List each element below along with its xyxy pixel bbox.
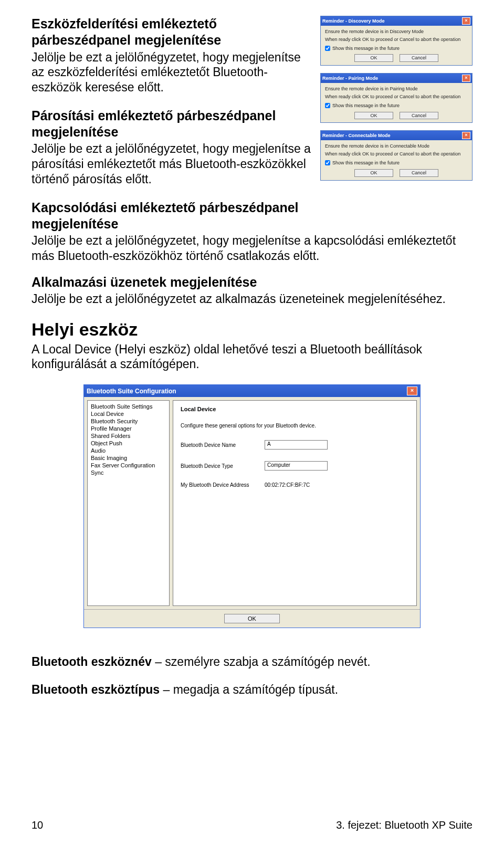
config-main-title: Local Device bbox=[181, 406, 409, 412]
section-3-title: Kapcsolódási emlékeztető párbeszédpanel … bbox=[32, 200, 311, 233]
close-icon[interactable]: × bbox=[462, 17, 470, 25]
section-1-body: Jelölje be ezt a jelölőnégyzetet, hogy m… bbox=[32, 50, 311, 95]
reminder-1-line1: Ensure the remote device is in Discovery… bbox=[325, 29, 468, 35]
page-number: 10 bbox=[32, 819, 43, 831]
sidebar-item[interactable]: Sync bbox=[88, 469, 169, 476]
reminder-1-title: Reminder - Discovery Mode bbox=[322, 18, 385, 24]
ok-button[interactable]: OK bbox=[354, 112, 393, 120]
heading-local-device-body: A Local Device (Helyi eszköz) oldal lehe… bbox=[32, 342, 472, 372]
bluetooth-suite-config-dialog: Bluetooth Suite Configuration × Bluetoot… bbox=[83, 384, 421, 628]
device-name-input[interactable]: A bbox=[265, 440, 328, 450]
device-address-value: 00:02:72:CF:BF:7C bbox=[265, 482, 310, 488]
reminder-2-line2: When ready click OK to proceed or Cancel… bbox=[325, 94, 468, 100]
section-4-body: Jelölje be ezt a jelölőnégyzetet az alka… bbox=[32, 291, 472, 307]
row-label-device-address: My Bluetooth Device Address bbox=[181, 482, 265, 488]
cancel-button[interactable]: Cancel bbox=[400, 169, 438, 177]
line-device-type-bold: Bluetooth eszköztípus bbox=[32, 683, 160, 696]
row-label-device-type: Bluetooth Device Type bbox=[181, 463, 265, 469]
reminder-1-checkbox[interactable] bbox=[325, 46, 330, 51]
reminder-2-title: Reminder - Pairing Mode bbox=[322, 76, 378, 81]
reminder-1-checkbox-row[interactable]: Show this message in the future bbox=[325, 46, 468, 51]
sidebar-item[interactable]: Object Push bbox=[88, 440, 169, 447]
sidebar-item[interactable]: Fax Server Configuration bbox=[88, 462, 169, 469]
config-desc: Configure these general options for your… bbox=[181, 423, 409, 429]
line-device-type-text: – megadja a számítógép típusát. bbox=[160, 683, 338, 696]
sidebar-item[interactable]: Basic Imaging bbox=[88, 454, 169, 462]
close-icon[interactable]: × bbox=[462, 75, 470, 82]
reminder-dialog-connectable: Reminder - Connectable Mode × Ensure the… bbox=[320, 130, 472, 180]
reminder-2-line1: Ensure the remote device is in Pairing M… bbox=[325, 86, 468, 92]
section-3-body: Jelölje be ezt a jelölőnégyzetet, hogy m… bbox=[32, 233, 472, 264]
sidebar-item[interactable]: Audio bbox=[88, 447, 169, 454]
close-icon[interactable]: × bbox=[407, 387, 417, 395]
sidebar-item[interactable]: Local Device bbox=[88, 410, 169, 417]
row-label-device-name: Bluetooth Device Name bbox=[181, 442, 265, 448]
section-2-body: Jelölje be ezt a jelölőnégyzetet, hogy m… bbox=[32, 141, 311, 186]
close-icon[interactable]: × bbox=[462, 132, 470, 139]
reminder-3-chk-label: Show this message in the future bbox=[332, 160, 400, 166]
section-2-title: Párosítási emlékeztető párbeszédpanel me… bbox=[32, 108, 311, 141]
cancel-button[interactable]: Cancel bbox=[400, 54, 438, 62]
chapter-label: 3. fejezet: Bluetooth XP Suite bbox=[336, 819, 472, 831]
reminder-1-chk-label: Show this message in the future bbox=[332, 46, 400, 51]
sidebar-item[interactable]: Bluetooth Suite Settings bbox=[88, 403, 169, 410]
reminder-dialog-discovery: Reminder - Discovery Mode × Ensure the r… bbox=[320, 16, 472, 66]
reminder-dialog-pairing: Reminder - Pairing Mode × Ensure the rem… bbox=[320, 73, 472, 123]
section-1-title: Eszközfelderítési emlékeztető párbeszédp… bbox=[32, 16, 311, 49]
line-device-name-bold: Bluetooth eszköznév bbox=[32, 655, 152, 669]
device-type-select[interactable]: Computer bbox=[265, 461, 328, 471]
sidebar-item[interactable]: Shared Folders bbox=[88, 432, 169, 440]
section-4-title: Alkalmazási üzenetek megjelenítése bbox=[32, 274, 472, 290]
reminder-3-line1: Ensure the remote device is in Connectab… bbox=[325, 143, 468, 149]
sidebar-item[interactable]: Profile Manager bbox=[88, 425, 169, 432]
reminder-2-chk-label: Show this message in the future bbox=[332, 103, 400, 109]
reminder-3-checkbox-row[interactable]: Show this message in the future bbox=[325, 160, 468, 166]
sidebar-item[interactable]: Bluetooth Security bbox=[88, 417, 169, 425]
reminder-2-checkbox[interactable] bbox=[325, 103, 330, 108]
reminder-2-checkbox-row[interactable]: Show this message in the future bbox=[325, 103, 468, 109]
reminder-3-line2: When ready click OK to proceed or Cancel… bbox=[325, 151, 468, 157]
heading-local-device: Helyi eszköz bbox=[32, 319, 472, 340]
ok-button[interactable]: OK bbox=[354, 54, 393, 62]
config-title: Bluetooth Suite Configuration bbox=[87, 388, 176, 395]
line-device-name: Bluetooth eszköznév – személyre szabja a… bbox=[32, 654, 472, 670]
ok-button[interactable]: OK bbox=[224, 614, 280, 623]
line-device-type: Bluetooth eszköztípus – megadja a számít… bbox=[32, 682, 472, 697]
reminder-3-checkbox[interactable] bbox=[325, 160, 330, 165]
config-sidebar: Bluetooth Suite Settings Local Device Bl… bbox=[87, 400, 170, 606]
cancel-button[interactable]: Cancel bbox=[400, 112, 438, 120]
line-device-name-text: – személyre szabja a számítógép nevét. bbox=[152, 655, 371, 669]
reminder-1-line2: When ready click OK to proceed or Cancel… bbox=[325, 37, 468, 43]
ok-button[interactable]: OK bbox=[354, 169, 393, 177]
reminder-3-title: Reminder - Connectable Mode bbox=[322, 133, 391, 139]
config-main-panel: Local Device Configure these general opt… bbox=[173, 400, 417, 606]
